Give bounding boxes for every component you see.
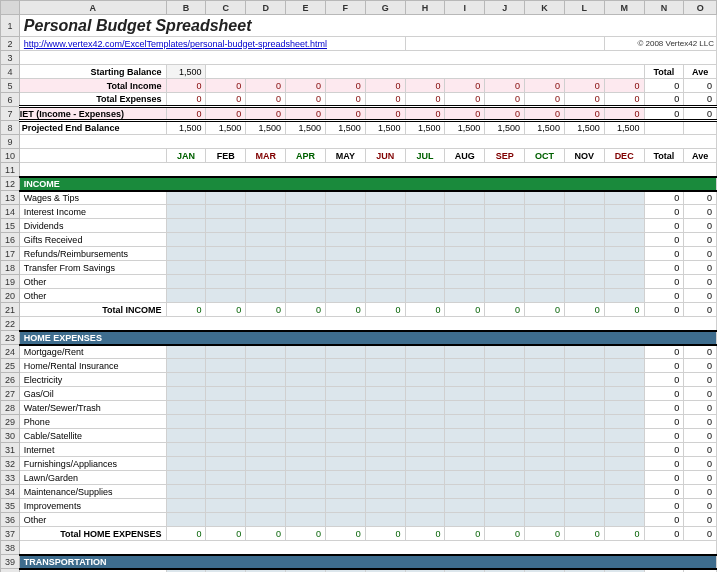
- cell[interactable]: 0: [206, 527, 246, 541]
- cell[interactable]: [525, 499, 565, 513]
- cell[interactable]: [166, 569, 206, 573]
- col-header[interactable]: I: [445, 1, 485, 15]
- cell[interactable]: [365, 345, 405, 359]
- cell[interactable]: [286, 499, 326, 513]
- cell[interactable]: [445, 415, 485, 429]
- row-header[interactable]: 32: [1, 457, 20, 471]
- cell[interactable]: [286, 387, 326, 401]
- row-header[interactable]: 10: [1, 149, 20, 163]
- line-item-row[interactable]: 20Other00: [1, 289, 717, 303]
- cell[interactable]: [405, 499, 445, 513]
- cell[interactable]: 0: [644, 415, 684, 429]
- line-item-row[interactable]: 26Electricity00: [1, 373, 717, 387]
- cell[interactable]: [564, 205, 604, 219]
- cell[interactable]: 0: [684, 499, 717, 513]
- cell[interactable]: [206, 289, 246, 303]
- cell[interactable]: 0: [246, 527, 286, 541]
- line-item-row[interactable]: 18Transfer From Savings00: [1, 261, 717, 275]
- cell[interactable]: 0: [604, 527, 644, 541]
- cell[interactable]: [564, 485, 604, 499]
- cell[interactable]: [604, 289, 644, 303]
- cell[interactable]: 0: [564, 303, 604, 317]
- cell[interactable]: [604, 261, 644, 275]
- cell[interactable]: [525, 247, 565, 261]
- cell[interactable]: 0: [166, 107, 206, 121]
- cell[interactable]: [365, 233, 405, 247]
- cell[interactable]: [604, 569, 644, 573]
- cell[interactable]: [405, 205, 445, 219]
- cell[interactable]: [206, 191, 246, 205]
- col-header[interactable]: J: [485, 1, 525, 15]
- cell[interactable]: [166, 261, 206, 275]
- template-link[interactable]: http://www.vertex42.com/ExcelTemplates/p…: [19, 37, 405, 51]
- cell[interactable]: 1,500: [206, 121, 246, 135]
- cell[interactable]: [166, 499, 206, 513]
- cell[interactable]: [485, 415, 525, 429]
- cell[interactable]: [604, 275, 644, 289]
- cell[interactable]: [405, 429, 445, 443]
- cell[interactable]: [246, 569, 286, 573]
- cell[interactable]: [525, 359, 565, 373]
- cell[interactable]: 0: [684, 359, 717, 373]
- cell[interactable]: [325, 289, 365, 303]
- cell[interactable]: [166, 485, 206, 499]
- cell[interactable]: [604, 233, 644, 247]
- cell[interactable]: [325, 373, 365, 387]
- cell[interactable]: 0: [525, 107, 565, 121]
- cell[interactable]: [166, 471, 206, 485]
- cell[interactable]: [286, 471, 326, 485]
- line-item-label[interactable]: Refunds/Reimbursements: [19, 247, 166, 261]
- row-header[interactable]: 9: [1, 135, 20, 149]
- cell[interactable]: [365, 387, 405, 401]
- cell[interactable]: [206, 219, 246, 233]
- line-item-row[interactable]: 33Lawn/Garden00: [1, 471, 717, 485]
- cell[interactable]: 1,500: [286, 121, 326, 135]
- cell[interactable]: [445, 247, 485, 261]
- cell[interactable]: [564, 499, 604, 513]
- cell[interactable]: 0: [684, 247, 717, 261]
- cell[interactable]: [246, 513, 286, 527]
- cell[interactable]: [325, 485, 365, 499]
- cell[interactable]: [166, 205, 206, 219]
- cell[interactable]: [525, 457, 565, 471]
- cell[interactable]: [206, 359, 246, 373]
- cell[interactable]: [485, 359, 525, 373]
- cell[interactable]: 0: [684, 569, 717, 573]
- cell[interactable]: [325, 443, 365, 457]
- cell[interactable]: [286, 513, 326, 527]
- cell[interactable]: [325, 247, 365, 261]
- cell[interactable]: [485, 429, 525, 443]
- cell[interactable]: 0: [604, 79, 644, 93]
- cell[interactable]: [246, 289, 286, 303]
- cell[interactable]: 0: [485, 303, 525, 317]
- row-header[interactable]: 23: [1, 331, 20, 345]
- row-header[interactable]: 28: [1, 401, 20, 415]
- cell[interactable]: [325, 261, 365, 275]
- cell[interactable]: 0: [325, 107, 365, 121]
- cell[interactable]: [246, 359, 286, 373]
- col-header[interactable]: O: [684, 1, 717, 15]
- cell[interactable]: [405, 569, 445, 573]
- col-header[interactable]: D: [246, 1, 286, 15]
- cell[interactable]: [564, 289, 604, 303]
- cell[interactable]: [604, 513, 644, 527]
- cell[interactable]: [525, 345, 565, 359]
- line-item-row[interactable]: 36Other00: [1, 513, 717, 527]
- cell[interactable]: [485, 233, 525, 247]
- cell[interactable]: [365, 429, 405, 443]
- cell[interactable]: 0: [644, 93, 684, 107]
- cell[interactable]: [286, 569, 326, 573]
- cell[interactable]: 0: [684, 373, 717, 387]
- line-item-label[interactable]: Interest Income: [19, 205, 166, 219]
- cell[interactable]: [445, 205, 485, 219]
- line-item-label[interactable]: Electricity: [19, 373, 166, 387]
- cell[interactable]: 0: [365, 93, 405, 107]
- cell[interactable]: 0: [286, 527, 326, 541]
- cell[interactable]: 0: [206, 107, 246, 121]
- cell[interactable]: 0: [325, 303, 365, 317]
- cell[interactable]: [325, 219, 365, 233]
- cell[interactable]: [525, 443, 565, 457]
- cell[interactable]: [405, 443, 445, 457]
- cell[interactable]: [166, 289, 206, 303]
- line-item-label[interactable]: Dividends: [19, 219, 166, 233]
